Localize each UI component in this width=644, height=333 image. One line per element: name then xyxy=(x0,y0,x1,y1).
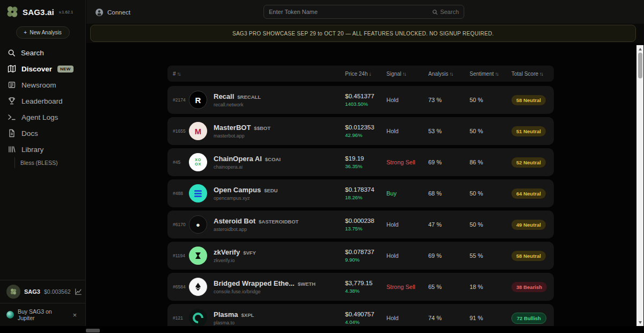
table-row[interactable]: #6170 ● Asteroid Bot$ASTEROIDBOT asteroi… xyxy=(167,211,554,238)
token-change: 4.38% xyxy=(345,288,386,294)
token-change: 13.75% xyxy=(345,226,386,231)
table-row[interactable]: #1194 zkVerify$VFY zkverify.io $0.078737… xyxy=(167,242,554,270)
token-search-input[interactable] xyxy=(269,9,432,15)
token-rank: #6584 xyxy=(173,284,189,289)
sidebar-item-agent-logs[interactable]: Agent Logs xyxy=(0,109,85,125)
token-name: Asteroid Bot xyxy=(214,217,255,225)
score-badge: 49 Neutral xyxy=(511,220,546,230)
token-price: $0.490757 xyxy=(345,311,386,317)
signal-value: Buy xyxy=(386,190,428,197)
header-total-score[interactable]: Total Score↑↓ xyxy=(511,71,554,77)
close-icon[interactable]: × xyxy=(70,311,79,319)
sort-arrows-icon: ↑↓ xyxy=(449,71,452,77)
jupiter-icon xyxy=(6,311,14,318)
analysis-value: 47 % xyxy=(428,221,470,228)
token-domain: opencampus.xyz xyxy=(214,196,277,201)
buy-sag3-banner[interactable]: Buy SAG3 on Jupiter × xyxy=(0,303,85,326)
scroll-up-button[interactable] xyxy=(636,45,643,53)
signal-value: Hold xyxy=(386,315,428,321)
sentiment-value: 18 % xyxy=(470,284,511,290)
token-price: $0.000238 xyxy=(345,218,386,224)
sag3-token-price: $0.003562 xyxy=(44,288,71,295)
token-domain: console.fuse.io/bridge xyxy=(214,289,316,294)
header-signal[interactable]: Signal↑↓ xyxy=(386,71,428,77)
score-badge: 58 Neutral xyxy=(511,95,546,105)
token-ticker: $$BOT xyxy=(254,125,270,131)
arrow-down-icon xyxy=(639,321,642,324)
sidebar-item-discover[interactable]: Discover NEW xyxy=(0,61,85,77)
sort-arrows-icon: ↑↓ xyxy=(177,71,180,77)
sentiment-value: 50 % xyxy=(470,97,511,103)
recall-token-icon: R xyxy=(189,91,207,109)
vertical-scrollbar[interactable] xyxy=(636,45,643,326)
token-ticker: $COAI xyxy=(265,156,281,162)
token-price: $0.451377 xyxy=(345,93,386,99)
token-domain: plasma.to xyxy=(214,320,254,325)
sentiment-value: 55 % xyxy=(470,252,511,259)
sidebar-item-leaderboard[interactable]: Leaderboard xyxy=(0,93,85,109)
token-ticker: $WETH xyxy=(298,281,316,287)
sentiment-value: 50 % xyxy=(470,190,511,197)
sidebar-item-docs[interactable]: Docs xyxy=(0,125,85,141)
header-rank[interactable]: #↑↓ xyxy=(167,71,345,77)
table-row[interactable]: #1655 M MasterBOT$$BOT masterbot.app $0.… xyxy=(167,117,554,145)
table-header: #↑↓ Price 24h↓ Signal↑↓ Analysis↑↓ Senti… xyxy=(167,66,554,82)
sidebar-subitem-bless[interactable]: Bless (BLESS) xyxy=(14,157,85,168)
horizontal-scrollbar-thumb[interactable] xyxy=(86,329,100,332)
search-submit[interactable]: Search xyxy=(432,9,459,15)
score-badge: 58 Neutral xyxy=(511,251,546,261)
newspaper-icon xyxy=(8,81,16,89)
header-analysis[interactable]: Analysis↑↓ xyxy=(428,71,470,77)
search-icon xyxy=(432,9,438,15)
table-row[interactable]: #45 XOOX ChainOpera AI$COAI chainopera.a… xyxy=(167,148,554,176)
map-icon xyxy=(8,64,16,73)
token-domain: asteroidbot.app xyxy=(214,227,298,232)
buy-sag3-label: Buy SAG3 on Jupiter xyxy=(18,308,67,321)
brand-logo[interactable]: SAG3.ai v.1.62.1 xyxy=(0,0,85,21)
new-analysis-button[interactable]: + New Analysis xyxy=(16,26,70,39)
header-sentiment[interactable]: Sentiment↑↓ xyxy=(470,71,511,77)
connect-button[interactable]: Connect xyxy=(92,6,134,19)
signal-value: Hold xyxy=(386,221,428,228)
token-rank: #488 xyxy=(173,191,189,196)
signal-value: Strong Sell xyxy=(386,284,428,290)
plus-icon: + xyxy=(24,30,27,35)
table-row[interactable]: #488 Open Campus$EDU opencampus.xyz $0.1… xyxy=(167,179,554,207)
token-domain: chainopera.ai xyxy=(214,164,281,170)
signal-value: Hold xyxy=(386,97,428,103)
token-change: 4.04% xyxy=(345,319,386,325)
header-price[interactable]: Price 24h↓ xyxy=(345,71,386,77)
clover-logo-icon xyxy=(10,288,17,295)
scroll-down-button[interactable] xyxy=(636,318,643,326)
banner-area: SAG3 PRO SHOWCASE SEP 29 to OCT 20 — ALL… xyxy=(86,24,644,43)
token-price: $0.012353 xyxy=(345,124,386,131)
token-domain: recall.network xyxy=(214,102,261,107)
score-badge: 38 Bearish xyxy=(511,282,547,292)
sentiment-value: 50 % xyxy=(470,128,511,134)
token-price: $0.178374 xyxy=(345,186,386,193)
table-row[interactable]: #2174 R Recall$RECALL recall.network $0.… xyxy=(167,86,554,114)
document-icon xyxy=(8,129,16,137)
scrollbar-thumb[interactable] xyxy=(638,53,642,78)
table-row[interactable]: #6584 Bridged Wrapped Ethe...$WETH conso… xyxy=(167,273,554,301)
search-icon xyxy=(8,49,16,57)
promo-banner: SAG3 PRO SHOWCASE SEP 29 to OCT 20 — ALL… xyxy=(90,25,636,42)
sort-arrows-icon: ↑↓ xyxy=(402,71,406,77)
sidebar-item-search[interactable]: Search xyxy=(0,45,85,61)
token-price: $0.078737 xyxy=(345,249,386,255)
arrow-up-icon xyxy=(639,48,642,50)
sag3-token-widget[interactable]: SAG3 $0.003562 xyxy=(0,280,85,303)
token-price: $19.19 xyxy=(345,155,386,162)
sort-arrows-icon: ↑↓ xyxy=(495,71,498,77)
sidebar-item-library[interactable]: Library xyxy=(0,141,85,157)
token-name: zkVerify xyxy=(214,248,240,256)
token-rank: #121 xyxy=(173,315,189,321)
token-change: 1403.50% xyxy=(345,101,386,107)
signal-value: Hold xyxy=(386,128,428,134)
chart-icon[interactable] xyxy=(75,288,82,295)
analysis-value: 69 % xyxy=(428,159,470,165)
token-rank: #1194 xyxy=(173,253,189,258)
sidebar-item-newsroom[interactable]: Newsroom xyxy=(0,77,85,93)
clover-logo-icon xyxy=(5,5,19,19)
sag3-token-name: SAG3 xyxy=(24,288,40,295)
